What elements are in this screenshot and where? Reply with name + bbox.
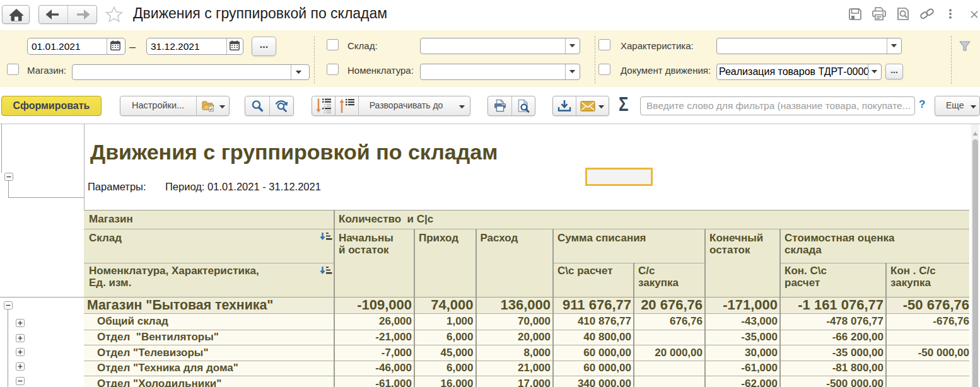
svg-text:Σ: Σ <box>619 96 629 113</box>
